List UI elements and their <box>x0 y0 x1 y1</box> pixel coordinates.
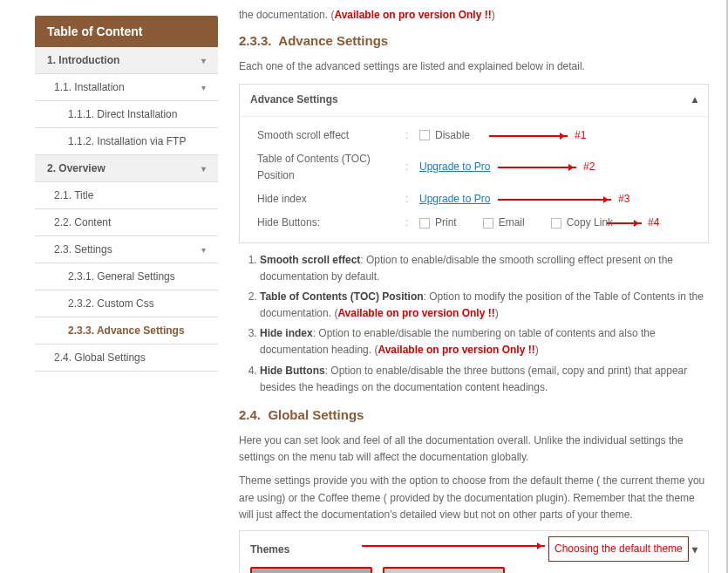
checkbox-print[interactable] <box>419 218 430 229</box>
toc-item[interactable]: 2.1. Title <box>35 182 218 209</box>
row-smooth-scroll: Smooth scroll effect : Disable #1 <box>257 124 704 147</box>
collapse-icon[interactable]: ▴ <box>692 92 697 108</box>
checkbox-disable[interactable] <box>419 130 430 140</box>
notes-list: Smooth scroll effect: Option to enable/d… <box>260 252 709 397</box>
arrow-icon <box>498 199 611 201</box>
tag-2: #2 <box>583 159 595 175</box>
arrow-icon <box>362 545 545 547</box>
toc-item[interactable]: 2.3.1. General Settings <box>35 263 218 290</box>
p-24-1: Here you can set look and feel of all th… <box>239 433 709 466</box>
toc-item[interactable]: 2.3. Settings▾ <box>35 236 218 263</box>
toc-item[interactable]: 2.3.2. Custom Css <box>35 290 218 317</box>
annotation-default: Choosing the default theme <box>548 536 689 562</box>
note-item: Hide index: Option to enable/disable the… <box>260 325 709 358</box>
chevron-down-icon[interactable]: ▾ <box>201 245 206 255</box>
themes-panel: Themes ▾ Choosing the default theme ••• … <box>239 530 709 573</box>
collapse-icon[interactable]: ▾ <box>692 542 697 558</box>
toc-item[interactable]: 1.1.2. Installation via FTP <box>35 128 218 155</box>
p-24-2: Theme settings provide you with the opti… <box>239 473 709 523</box>
main-content: the documentation. (Available on pro ver… <box>218 0 726 573</box>
tag-3: #3 <box>618 191 629 208</box>
theme-card-coffee[interactable]: ••• Coffee <box>383 567 505 573</box>
row-hide-index: Hide index : Upgrade to Pro #3 <box>257 188 704 211</box>
toc-item[interactable]: 1.1.1. Direct Installation <box>35 101 218 128</box>
panel-header[interactable]: Advance Settings ▴ <box>240 85 708 116</box>
note-item: Smooth scroll effect: Option to enable/d… <box>260 252 709 285</box>
row-toc-position: Table of Contents (TOC) Position : Upgra… <box>257 147 704 188</box>
arrow-icon <box>489 135 568 137</box>
note-item: Table of Contents (TOC) Position: Option… <box>260 289 709 322</box>
toc-item[interactable]: 2.2. Content <box>35 209 218 236</box>
toc-item[interactable]: 1.1. Installation▾ <box>35 74 218 101</box>
checkbox-email[interactable] <box>483 218 493 229</box>
arrow-icon <box>498 167 576 168</box>
theme-card-default[interactable]: ••• Default <box>250 567 372 573</box>
row-hide-buttons: Hide Buttons: : Print Email Copy Link #4 <box>257 211 704 235</box>
note-item: Hide Buttons: Option to enable/disable t… <box>260 363 709 396</box>
tag-4: #4 <box>648 215 659 231</box>
chevron-down-icon[interactable]: ▾ <box>201 83 206 92</box>
toc-header: Table of Content <box>35 16 218 47</box>
chevron-down-icon[interactable]: ▾ <box>201 164 206 174</box>
toc-item[interactable]: 2.3.3. Advance Settings <box>35 317 218 344</box>
intro-233: Each one of the advanced settings are li… <box>239 58 709 75</box>
link-upgrade-pro[interactable]: Upgrade to Pro <box>419 159 490 175</box>
section-title-233: 2.3.3. Advance Settings <box>239 31 709 51</box>
themes-title: Themes <box>250 542 289 558</box>
toc-item[interactable]: 2. Overview▾ <box>35 155 218 182</box>
section-title-24: 2.4. Global Settings <box>239 405 709 426</box>
link-upgrade-pro[interactable]: Upgrade to Pro <box>419 191 490 208</box>
toc-item[interactable]: 1. Introduction▾ <box>35 47 218 74</box>
toc-sidebar: Table of Content 1. Introduction▾1.1. In… <box>35 16 218 573</box>
tag-1: #1 <box>575 127 586 144</box>
toc-item[interactable]: 2.4. Global Settings <box>35 344 218 372</box>
chevron-down-icon[interactable]: ▾ <box>201 56 206 65</box>
top-fragment: the documentation. (Available on pro ver… <box>239 7 709 24</box>
arrow-icon <box>607 222 642 224</box>
pro-note: Available on pro version Only !! <box>334 9 491 21</box>
advance-settings-panel: Advance Settings ▴ Smooth scroll effect … <box>239 84 709 242</box>
checkbox-copylink[interactable] <box>551 218 561 229</box>
